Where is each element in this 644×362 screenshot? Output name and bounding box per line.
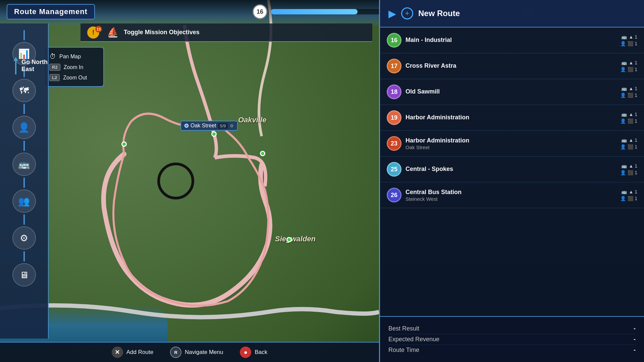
route-number-26: 26 (387, 188, 401, 202)
route-name-25: Central - Spokes (406, 165, 616, 173)
route-time-value: - (634, 347, 636, 354)
navigate-label: Navigate Menu (185, 349, 223, 356)
route-info-18: Old Sawmill (406, 88, 616, 96)
route-stat-2-26: 👤 ⬛ 1 (620, 196, 637, 201)
mission-alert-container: ! 13 (87, 26, 102, 39)
stat1-17: ▲ 1 (629, 60, 637, 65)
stat1-25: ▲ 1 (629, 163, 637, 169)
sidebar-group-btn[interactable]: 👥 (12, 189, 36, 213)
map-stop-dot-3[interactable] (260, 151, 265, 156)
route-info-16: Main - Industrial (406, 36, 616, 44)
route-number-23: 23 (387, 136, 401, 151)
route-stat-2-17: 👤 ⬛ 1 (620, 67, 637, 72)
sidebar-line-7 (23, 251, 25, 261)
sidebar-line-1 (23, 30, 25, 40)
stat2-25: ⬛ 1 (628, 170, 637, 175)
sidebar-line-5 (23, 178, 25, 188)
route-item-23[interactable]: 23 Harbor Administration Oak Street 🚌 ▲ … (380, 131, 644, 157)
add-route-x-icon: ✕ (112, 347, 123, 358)
map-circle (157, 163, 194, 199)
stat2-23: ⬛ 1 (628, 144, 637, 149)
route-time-label: Route Time (388, 347, 419, 354)
route-stats-26: 🚌 ▲ 1 👤 ⬛ 1 (620, 189, 637, 201)
route-item-25[interactable]: 25 Central - Spokes 🚌 ▲ 1 👤 ⬛ 1 (380, 157, 644, 182)
sidebar-person-btn[interactable]: 👤 (12, 116, 36, 139)
stat1-19: ▲ 1 (629, 112, 637, 117)
sidebar-line-4 (23, 141, 25, 151)
route-number-19: 19 (387, 110, 401, 125)
mission-label[interactable]: Toggle Mission Objectives (124, 29, 200, 36)
stop-tooltip[interactable]: Oak Street 5/9 ⚙ (180, 121, 238, 131)
pan-map-control[interactable]: ⏱ Pan Map (49, 51, 98, 62)
route-info-25: Central - Spokes (406, 165, 616, 173)
route-stat-1-26: 🚌 ▲ 1 (621, 189, 637, 194)
left-sidebar: Go North East 📊 🗺 👤 🚌 👥 ⚙ 🖥 (0, 23, 49, 339)
route-item-19[interactable]: 19 Harbor Administration 🚌 ▲ 1 👤 ⬛ 1 (380, 105, 644, 131)
route-item-18[interactable]: 18 Old Sawmill 🚌 ▲ 1 👤 ⬛ 1 (380, 79, 644, 105)
route-stat-2-19: 👤 ⬛ 1 (620, 118, 637, 124)
sidebar-monitor-btn[interactable]: 🖥 (12, 263, 36, 287)
xp-bar (271, 9, 391, 14)
route-item-16[interactable]: 16 Main - Industrial 🚌 ▲ 1 👤 ⬛ 1 (380, 27, 644, 53)
driver-icon-16: 👤 (620, 41, 626, 46)
map-stop-dot-2[interactable] (211, 131, 217, 137)
best-result-label: Best Result (388, 325, 419, 332)
sidebar-settings-btn[interactable]: ⚙ (12, 226, 36, 250)
zoom-out-control[interactable]: L2 Zoom Out (49, 72, 98, 83)
sidebar-bus-btn[interactable]: 🚌 (12, 153, 36, 176)
expected-revenue-value: - (634, 336, 636, 343)
app-title: Route Management (7, 4, 95, 19)
route-item-17[interactable]: 17 Cross River Astra 🚌 ▲ 1 👤 ⬛ 1 (380, 53, 644, 79)
route-stats-25: 🚌 ▲ 1 👤 ⬛ 1 (620, 163, 637, 175)
back-button[interactable]: ● Back (240, 347, 267, 358)
map-area: Oakville Siegwalden Oak Street 5/9 ⚙ ⏱ P… (0, 0, 379, 362)
map-controls: ⏱ Pan Map R2 Zoom In L2 Zoom Out (44, 47, 104, 87)
route-number-18: 18 (387, 84, 401, 99)
route-stat-1-18: 🚌 ▲ 1 (621, 86, 637, 91)
route-item-26[interactable]: 26 Central Bus Station Steineck West 🚌 ▲… (380, 182, 644, 208)
stop-gear-icon: ⚙ (230, 123, 234, 128)
level-badge: 16 (253, 4, 267, 19)
route-name-18: Old Sawmill (406, 88, 616, 96)
add-route-button[interactable]: ✕ Add Route (112, 347, 153, 358)
route-name-17: Cross River Astra (406, 62, 616, 70)
route-info-17: Cross River Astra (406, 62, 616, 70)
navigate-menu-button[interactable]: R Navigate Menu (170, 347, 223, 358)
route-stat-2-25: 👤 ⬛ 1 (620, 170, 637, 175)
zoom-out-key: L2 (49, 74, 60, 81)
zoom-in-control[interactable]: R2 Zoom In (49, 62, 98, 72)
route-name-26: Central Bus Station (406, 188, 616, 196)
expected-revenue-row: Expected Revenue - (388, 334, 636, 345)
stat2-17: ⬛ 1 (628, 67, 637, 72)
route-stats-17: 🚌 ▲ 1 👤 ⬛ 1 (620, 60, 637, 72)
map-stop-dot-1[interactable] (121, 141, 127, 147)
route-stat-1-17: 🚌 ▲ 1 (621, 60, 637, 65)
xp-fill (271, 9, 358, 14)
route-name-16: Main - Industrial (406, 36, 616, 44)
sidebar-line-6 (23, 215, 25, 225)
expected-revenue-label: Expected Revenue (388, 336, 439, 343)
stat2-16: ⬛ 1 (628, 41, 637, 46)
sidebar-map-btn[interactable]: 🗺 (12, 79, 36, 102)
route-stats-16: 🚌 ▲ 1 👤 ⬛ 1 (620, 34, 637, 46)
mission-ship-icon: ⛵ (107, 27, 119, 38)
route-name-19: Harbor Administration (406, 114, 616, 121)
add-route-label: Add Route (126, 349, 153, 356)
route-list: 16 Main - Industrial 🚌 ▲ 1 👤 ⬛ 1 17 Cros… (380, 27, 644, 316)
map-stop-dot-4[interactable] (286, 237, 292, 242)
route-number-17: 17 (387, 59, 401, 73)
new-route-button[interactable]: ▶ + New Route (380, 0, 644, 27)
route-info-26: Central Bus Station Steineck West (406, 188, 616, 202)
route-name2-26: Steineck West (406, 196, 616, 202)
route-stat-2-18: 👤 ⬛ 1 (620, 93, 637, 98)
right-panel: ▶ + New Route 16 Main - Industrial 🚌 ▲ 1… (379, 0, 644, 362)
bus-icon-16: 🚌 (621, 34, 627, 40)
stat2-18: ⬛ 1 (628, 93, 637, 98)
header-center: 16 (253, 4, 391, 19)
route-time-row: Route Time - (388, 345, 636, 355)
navigate-key-icon: R (170, 347, 181, 358)
bottom-stats: Best Result - Expected Revenue - Route T… (380, 316, 644, 362)
stat1-26: ▲ 1 (629, 189, 637, 194)
route-stats-18: 🚌 ▲ 1 👤 ⬛ 1 (620, 86, 637, 98)
zoom-in-key: R2 (49, 64, 60, 71)
